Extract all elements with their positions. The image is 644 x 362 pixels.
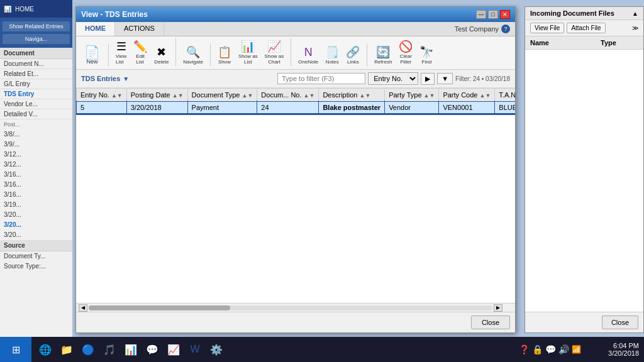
help-icon[interactable]: ? — [501, 25, 510, 33]
show-related-entries-button[interactable]: Show Related Entries — [3, 21, 70, 31]
cell-party-type: Vendor — [385, 102, 439, 114]
close-main-button[interactable]: Close — [471, 315, 510, 329]
refresh-button[interactable]: 🔄 Refresh — [371, 43, 395, 67]
maximize-button[interactable]: □ — [488, 10, 498, 19]
date-item-9[interactable]: 3/20... — [0, 210, 72, 220]
title-dropdown-icon[interactable]: ▼ — [123, 75, 129, 82]
skype-tray-icon[interactable]: 💬 — [545, 344, 556, 354]
delete-button[interactable]: ✖ Delete — [151, 43, 172, 67]
show-as-chart-button[interactable]: 📈 Show asChart — [262, 38, 287, 67]
table-row[interactable]: 5 3/20/2018 Payment 24 Blake postmaster … — [77, 102, 516, 114]
cell-document-type: Payment — [187, 102, 257, 114]
date-item-10[interactable]: 3/20... — [0, 220, 72, 230]
tab-home[interactable]: HOME — [76, 22, 115, 36]
col-header-document-no[interactable]: Docum... No. ▲▼ — [257, 89, 319, 102]
col-header-party-code[interactable]: Party Code ▲▼ — [439, 89, 495, 102]
taskbar-explorer-icon[interactable]: 📁 — [57, 339, 77, 359]
show-button[interactable]: 📋 Show — [214, 43, 235, 67]
right-panel-title-bar: Incoming Document Files ▲ — [525, 7, 643, 20]
view-list-button[interactable]: ☰ ViewList — [113, 38, 130, 67]
notes-button[interactable]: 🗒️ Notes — [322, 43, 342, 67]
volume-icon[interactable]: 🔊 — [558, 344, 569, 354]
table-header-row: Entry No. ▲▼ Posting Date ▲▼ Document Ty… — [77, 89, 516, 102]
sidebar-list: Document Document N... Related Et... G/L… — [0, 48, 72, 337]
sidebar-item-tds-entry[interactable]: TDS Entry — [0, 89, 72, 99]
show-as-chart-icon: 📈 — [267, 40, 281, 53]
filter-field-dropdown[interactable]: Entry No. — [368, 72, 418, 85]
col-header-description[interactable]: Description ▲▼ — [319, 89, 385, 102]
tds-entries-table: Entry No. ▲▼ Posting Date ▲▼ Document Ty… — [76, 88, 515, 114]
col-header-tan-no[interactable]: T.A.N. No. ▲▼ — [495, 89, 515, 102]
find-button[interactable]: 🔭 Find — [416, 43, 436, 67]
clear-filter-button[interactable]: 🚫 ClearFilter — [396, 38, 416, 67]
scroll-thumb[interactable] — [89, 305, 230, 310]
date-item-11[interactable]: 3/20... — [0, 230, 72, 240]
scroll-right-button[interactable]: ▶ — [494, 304, 502, 312]
horizontal-scrollbar[interactable]: ◀ ▶ — [76, 303, 515, 312]
source-item-2[interactable]: Source Type:... — [0, 261, 72, 272]
date-item-6[interactable]: 3/16... — [0, 180, 72, 190]
date-item-4[interactable]: 3/12... — [0, 160, 72, 170]
taskbar-chrome-icon[interactable]: 🔵 — [78, 339, 98, 359]
clear-filter-icon: 🚫 — [399, 40, 413, 53]
taskbar-ie-icon[interactable]: 🌐 — [35, 339, 55, 359]
taskbar-word-icon[interactable]: W — [185, 339, 205, 359]
sidebar-item-document-no[interactable]: Document N... — [0, 59, 72, 69]
scroll-left-button[interactable]: ◀ — [79, 304, 87, 312]
minimize-button[interactable]: — — [476, 10, 486, 19]
right-panel-header: Name Type — [525, 36, 643, 50]
collapse-icon[interactable]: ▲ — [632, 10, 638, 17]
navigate-ribbon-button[interactable]: 🔍 Navigate — [180, 43, 206, 67]
filter-info: Filter: 24 • 03/20/18 — [455, 75, 510, 82]
sidebar-item-related-et[interactable]: Related Et... — [0, 69, 72, 79]
security-icon[interactable]: 🔒 — [532, 344, 543, 354]
links-button[interactable]: 🔗 Links — [343, 43, 363, 67]
ribbon-group-attached: N OneNote 🗒️ Notes 🔗 Links — [295, 43, 367, 67]
sidebar-item-vendor-le[interactable]: Vendor Le... — [0, 99, 72, 109]
date-item-2[interactable]: 3/9/... — [0, 140, 72, 150]
navigate-button[interactable]: Naviga... — [3, 34, 70, 44]
taskbar-skype-icon[interactable]: 💬 — [142, 339, 162, 359]
new-button[interactable]: 📄 New — [80, 44, 104, 67]
col-header-party-type[interactable]: Party Type ▲▼ — [385, 89, 439, 102]
filter-expand-button[interactable]: ▼ — [437, 73, 453, 84]
home-tab-label[interactable]: HOME — [15, 6, 34, 13]
filter-go-button[interactable]: ▶ — [421, 73, 435, 85]
date-item-5[interactable]: 3/16... — [0, 170, 72, 180]
close-right-panel-button[interactable]: Close — [602, 315, 638, 329]
col-header-entry-no[interactable]: Entry No. ▲▼ — [77, 89, 127, 102]
tab-actions[interactable]: ACTIONS — [115, 22, 164, 36]
col-header-document-type[interactable]: Document Type ▲▼ — [187, 89, 257, 102]
expand-icon[interactable]: ≫ — [632, 25, 638, 31]
attach-file-button[interactable]: Attach File — [567, 23, 605, 33]
cell-posting-date: 3/20/2018 — [126, 102, 187, 114]
network-icon[interactable]: 📶 — [572, 345, 581, 354]
delete-icon: ✖ — [157, 45, 166, 59]
links-icon: 🔗 — [346, 45, 360, 59]
date-item-1[interactable]: 3/8/... — [0, 129, 72, 140]
sidebar-item-gl-entry[interactable]: G/L Entry — [0, 79, 72, 89]
edit-list-button[interactable]: ✏️ EditList — [130, 38, 150, 67]
onenote-button[interactable]: N OneNote — [295, 44, 321, 67]
edit-list-icon: ✏️ — [133, 40, 147, 53]
help-taskbar-icon[interactable]: ❓ — [519, 344, 530, 354]
taskbar-icons: 🌐 📁 🔵 🎵 📊 💬 📈 W ⚙️ — [31, 339, 230, 359]
taskbar-media-icon[interactable]: 🎵 — [99, 339, 119, 359]
filter-input[interactable] — [277, 73, 365, 84]
ribbon-tabs: HOME ACTIONS Test Company ? — [76, 22, 515, 36]
source-item-1[interactable]: Document Ty... — [0, 251, 72, 261]
taskbar-nav-icon[interactable]: 📊 — [121, 339, 141, 359]
date-item-8[interactable]: 3/19... — [0, 200, 72, 210]
col-header-posting-date[interactable]: Posting Date ▲▼ — [126, 89, 187, 102]
close-window-button[interactable]: ✕ — [500, 10, 510, 19]
date-item-7[interactable]: 3/16... — [0, 190, 72, 200]
col-type-header: Type — [601, 39, 638, 47]
sidebar-item-detailed-v[interactable]: Detailed V... — [0, 109, 72, 119]
right-panel-content — [525, 50, 643, 312]
start-button[interactable]: ⊞ — [0, 337, 31, 362]
date-item-3[interactable]: 3/12... — [0, 150, 72, 160]
show-as-list-button[interactable]: 📊 Show asList — [235, 38, 261, 67]
view-file-button[interactable]: View File — [530, 23, 564, 33]
taskbar-app-icon[interactable]: ⚙️ — [206, 339, 226, 359]
taskbar-nav2-icon[interactable]: 📈 — [164, 339, 184, 359]
